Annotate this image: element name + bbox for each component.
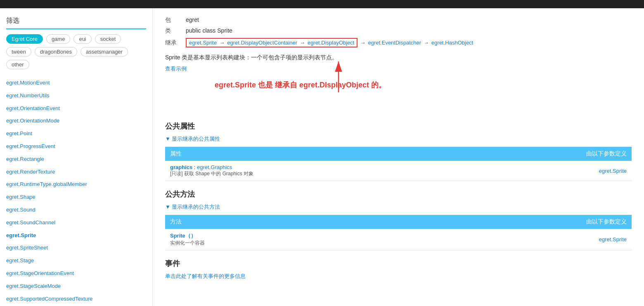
annotation-text: egret.Sprite 也是 继承自 egret.DIsplayObject …	[215, 80, 632, 90]
inheritance-boxed: egret.Sprite → egret.DisplayObjectContai…	[186, 38, 358, 47]
content-area: 包 egret 类 public class Sprite 继承 egret.S…	[153, 8, 644, 306]
filter-section: 筛选 Egret Core game eui socket tween drag…	[0, 12, 152, 73]
props-col1: 属性	[165, 147, 468, 161]
filter-title: 筛选	[6, 16, 146, 25]
inherit-sprite[interactable]: egret.Sprite	[189, 40, 217, 46]
sidebar-item-8[interactable]: egret.RuntimeType.globalMember	[0, 178, 152, 191]
tag-egret-core[interactable]: Egret Core	[6, 34, 43, 44]
methods-defined-by[interactable]: egret.Sprite	[599, 236, 627, 242]
show-inherited-methods[interactable]: ▼ 显示继承的公共方法	[165, 203, 632, 211]
props-row-0: graphics : egret.Graphics [只读] 获取 Shape …	[165, 161, 632, 181]
view-example-link[interactable]: 查看示例	[165, 65, 187, 73]
props-col2: 由以下参数定义	[468, 147, 632, 161]
props-cell-defined: egret.Sprite	[468, 161, 632, 181]
tag-socket[interactable]: socket	[95, 34, 121, 44]
package-row: 包 egret	[165, 16, 632, 24]
methods-cell-defined: egret.Sprite	[384, 229, 632, 250]
prop-graphics-desc: [只读] 获取 Shape 中的 Graphics 对象	[170, 170, 463, 177]
sidebar-item-1[interactable]: egret.NumberUtils	[0, 89, 152, 102]
props-table: 属性 由以下参数定义 graphics : egret.Graphics [只读…	[165, 147, 632, 181]
red-arrow-svg	[330, 57, 380, 94]
sidebar-item-14[interactable]: egret.Stage	[0, 254, 152, 267]
sidebar-item-9[interactable]: egret.Shape	[0, 191, 152, 204]
sidebar-item-13[interactable]: egret.SpriteSheet	[0, 242, 152, 254]
sidebar-item-7[interactable]: egret.RenderTexture	[0, 166, 152, 179]
inheritance-chain: egret.Sprite → egret.DisplayObjectContai…	[186, 38, 473, 47]
inherit-displayobject[interactable]: egret.DisplayObject	[308, 40, 354, 46]
methods-col1: 方法	[165, 215, 384, 229]
events-link[interactable]: 单击此处了解有关事件的更多信息	[165, 273, 246, 279]
prop-graphics-link[interactable]: graphics	[170, 164, 192, 170]
props-defined-by[interactable]: egret.Sprite	[599, 168, 627, 174]
filter-tags: Egret Core game eui socket tween dragonB…	[6, 34, 146, 69]
methods-row-0: Sprite（） 实例化一个容器 egret.Sprite	[165, 229, 632, 250]
tag-tween[interactable]: tween	[6, 47, 31, 56]
package-label: 包	[165, 16, 186, 24]
sidebar-list: egret.MotionEvent egret.NumberUtils egre…	[0, 77, 152, 306]
sidebar-item-15[interactable]: egret.StageOrientationEvent	[0, 267, 152, 280]
props-table-header: 属性 由以下参数定义	[165, 147, 632, 161]
sidebar-item-5[interactable]: egret.ProgressEvent	[0, 140, 152, 153]
method-sprite-link[interactable]: Sprite（）	[170, 233, 196, 239]
class-label: 类	[165, 27, 186, 35]
sidebar-item-4[interactable]: egret.Point	[0, 127, 152, 140]
class-value: public class Sprite	[186, 27, 232, 34]
annotation-area: egret.Sprite 也是 继承自 egret.DIsplayObject …	[165, 80, 632, 113]
sidebar-item-12[interactable]: egret.Sprite	[0, 229, 152, 242]
method-sprite-desc: 实例化一个容器	[170, 240, 379, 247]
inherit-label: 继承	[165, 39, 186, 47]
sidebar-item-16[interactable]: egret.StageScaleMode	[0, 280, 152, 293]
sidebar: 筛选 Egret Core game eui socket tween drag…	[0, 8, 153, 306]
inherit-hashobject[interactable]: egret.HashObject	[431, 40, 473, 46]
top-bar	[0, 0, 644, 8]
package-value: egret	[186, 16, 199, 23]
show-inherited-props[interactable]: ▼ 显示继承的公共属性	[165, 135, 632, 143]
events-title: 事件	[165, 259, 632, 268]
tag-other[interactable]: other	[6, 60, 29, 69]
public-methods-title: 公共方法	[165, 189, 632, 199]
class-row: 类 public class Sprite	[165, 27, 632, 35]
sidebar-item-11[interactable]: egret.SoundChannel	[0, 217, 152, 229]
sidebar-item-3[interactable]: egret.OrientationMode	[0, 115, 152, 127]
sidebar-item-2[interactable]: egret.OrientationEvent	[0, 102, 152, 115]
filter-underline	[6, 28, 146, 29]
sidebar-item-6[interactable]: egret.Rectangle	[0, 153, 152, 166]
methods-cell-name: Sprite（） 实例化一个容器	[165, 229, 384, 250]
methods-table: 方法 由以下参数定义 Sprite（） 实例化一个容器 egret.Sprite	[165, 215, 632, 250]
show-inherited-props-label: ▼ 显示继承的公共属性	[165, 135, 220, 143]
inherit-displayobjectcontainer[interactable]: egret.DisplayObjectContainer	[227, 40, 297, 46]
tag-assetsmanager[interactable]: assetsmanager	[80, 47, 128, 56]
public-props-title: 公共属性	[165, 121, 632, 131]
prop-graphics-type[interactable]: egret.Graphics	[197, 164, 232, 170]
inherit-row: 继承 egret.Sprite → egret.DisplayObjectCon…	[165, 38, 632, 47]
main-container: 筛选 Egret Core game eui socket tween drag…	[0, 8, 644, 306]
sidebar-item-0[interactable]: egret.MotionEvent	[0, 77, 152, 89]
inherit-eventdispatcher[interactable]: egret.EventDispatcher	[368, 40, 421, 46]
methods-table-header: 方法 由以下参数定义	[165, 215, 632, 229]
sidebar-item-17[interactable]: egret.SupportedCompressedTexture	[0, 293, 152, 306]
class-description: Sprite 类是基本显示列表构建块：一个可包含子项的显示列表节点。	[165, 52, 632, 63]
sidebar-item-10[interactable]: egret.Sound	[0, 204, 152, 217]
props-cell-name: graphics : egret.Graphics [只读] 获取 Shape …	[165, 161, 468, 181]
methods-col2: 由以下参数定义	[384, 215, 632, 229]
tag-eui[interactable]: eui	[73, 34, 91, 44]
tag-game[interactable]: game	[46, 34, 71, 44]
tag-dragonbones[interactable]: dragonBones	[35, 47, 77, 56]
show-inherited-methods-label: ▼ 显示继承的公共方法	[165, 203, 220, 211]
